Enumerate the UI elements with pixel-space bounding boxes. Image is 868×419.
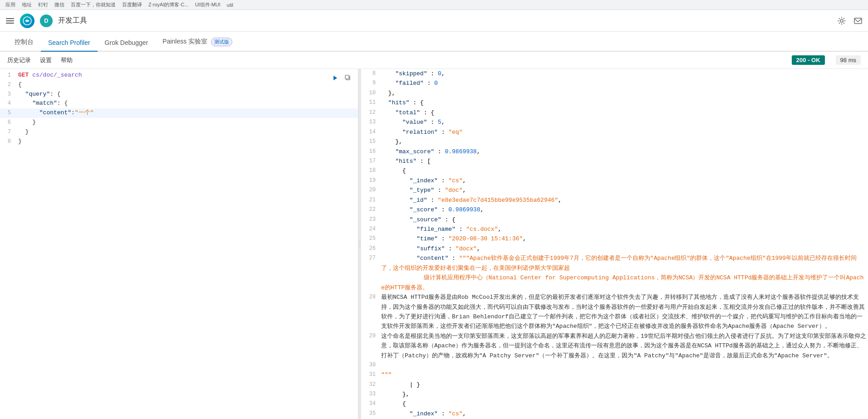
svg-marker-6 [333,76,337,80]
result-line-29: 29 这个命名是根据北美当地的一支印第安部落而来，这支部落以高超的军事素养和超人… [361,331,868,361]
result-line-15: 15 }, [361,137,868,146]
editor-toolbar [330,73,353,83]
beta-badge: 测试版 [211,38,232,46]
result-line-21: 21 "_id" : "e8e3edae7c7d415bbe99e9535ba6… [361,195,868,205]
editor-line-1: 1 GET cs/doc/_search [0,71,358,80]
main-content: 1 GET cs/doc/_search 2 { 3 "query": { 4 … [0,69,868,419]
bookmark-mui[interactable]: UI组件·MUI [193,1,222,9]
toolbar-history[interactable]: 历史记录 [7,54,31,66]
result-line-32: 32 | } [361,380,868,390]
result-line-8: 8 "skipped" : 0, [361,69,868,78]
result-line-10: 10 }, [361,88,868,98]
result-line-16: 16 "max_score" : 0.9869938, [361,147,868,156]
result-line-34: 34 { [361,399,868,409]
settings-icon[interactable] [837,16,846,25]
header-icons [837,16,863,25]
result-line-18: 18 { [361,166,868,175]
editor-line-8: 8 } [0,137,358,146]
svg-rect-8 [345,75,349,79]
svg-rect-1 [6,20,14,21]
tab-grok-debugger[interactable]: Grok Debugger [98,34,156,52]
result-line-31: 31 """ [361,370,868,380]
bookmark-dingding[interactable]: 钉钉 [36,1,50,9]
svg-point-4 [840,19,843,22]
time-badge: 98 ms [836,55,861,65]
app-title: 开发工具 [58,16,87,25]
result-line-26: 26 "suffix" : "docx", [361,244,868,253]
tab-painless[interactable]: Painless 实验室 测试版 [155,33,240,52]
editor-line-7: 7 } [0,127,358,137]
bookmark-util[interactable]: util [225,2,235,8]
bookmark-translate[interactable]: 百度翻译 [120,1,144,9]
tab-search-profiler[interactable]: Search Profiler [41,34,98,52]
result-line-17: 17 "hits" : [ [361,156,868,166]
avatar[interactable]: D [40,15,53,27]
result-line-28: 28 最初NCSA HTTPd服务器是由Rob McCool开发出来的，但是它的… [361,292,868,331]
bookmark-wechat[interactable]: 微信 [53,1,66,9]
result-line-23: 23 "_source" : { [361,215,868,224]
bookmark-royal[interactable]: Z·royAI的博客·C... [147,1,191,9]
result-line-14: 14 "relation" : "eq" [361,127,868,137]
result-line-30: 30 [361,361,868,370]
mail-icon[interactable] [853,16,863,25]
result-line-35: 35 "_index" : "cs", [361,409,868,419]
nav-tabs: 控制台 Search Profiler Grok Debugger Painle… [0,32,868,52]
toolbar-settings[interactable]: 设置 [40,54,52,66]
bookmark-apps[interactable]: 应用 [4,1,17,9]
copy-button[interactable] [343,73,353,83]
results-panel[interactable]: 8 "skipped" : 0, 9 "failed" : 0 10 }, 11… [361,69,868,419]
result-line-11: 11 "hits" : { [361,98,868,107]
editor-line-6: 6 } [0,118,358,127]
editor-content[interactable]: 1 GET cs/doc/_search 2 { 3 "query": { 4 … [0,69,358,419]
hamburger-icon[interactable] [5,16,15,25]
editor-line-2: 2 { [0,80,358,90]
svg-rect-0 [6,18,14,19]
result-line-20: 20 "_type" : "doc", [361,185,868,195]
result-line-24: 24 "file_name" : "cs.docx", [361,224,868,234]
run-button[interactable] [330,73,341,83]
svg-rect-5 [854,18,862,24]
bookmark-addr[interactable]: 地址 [20,1,34,9]
result-line-13: 13 "value" : 5, [361,117,868,127]
result-line-33: 33 }, [361,390,868,399]
toolbar-help[interactable]: 帮助 [61,54,73,66]
svg-rect-2 [6,23,14,24]
result-line-12: 12 "total" : { [361,108,868,117]
editor-line-3: 3 "query": { [0,90,358,99]
tab-console[interactable]: 控制台 [7,34,41,52]
app-header: D 开发工具 [0,10,868,32]
status-badge: 200 - OK [792,55,825,65]
browser-bar: 应用 地址 钉钉 微信 百度一下，你就知道 百度翻译 Z·royAI的博客·C.… [0,0,868,10]
bookmark-baidu[interactable]: 百度一下，你就知道 [69,1,118,9]
toolbar: 历史记录 设置 帮助 200 - OK 98 ms [0,52,868,69]
result-line-27: 27 "content" : """Apache软件基金会正式创建于1999年7… [361,253,868,292]
app-logo [20,14,34,28]
editor-line-4: 4 "match": { [0,99,358,108]
result-line-25: 25 "time" : "2020-08-30 15:41:36", [361,234,868,244]
editor-panel: 1 GET cs/doc/_search 2 { 3 "query": { 4 … [0,69,358,419]
result-line-9: 9 "failed" : 0 [361,78,868,88]
result-line-22: 22 "_score" : 0.9869938, [361,205,868,214]
editor-line-5: 5 "content":"一个" [0,108,358,118]
result-line-19: 19 "_index" : "cs", [361,176,868,185]
